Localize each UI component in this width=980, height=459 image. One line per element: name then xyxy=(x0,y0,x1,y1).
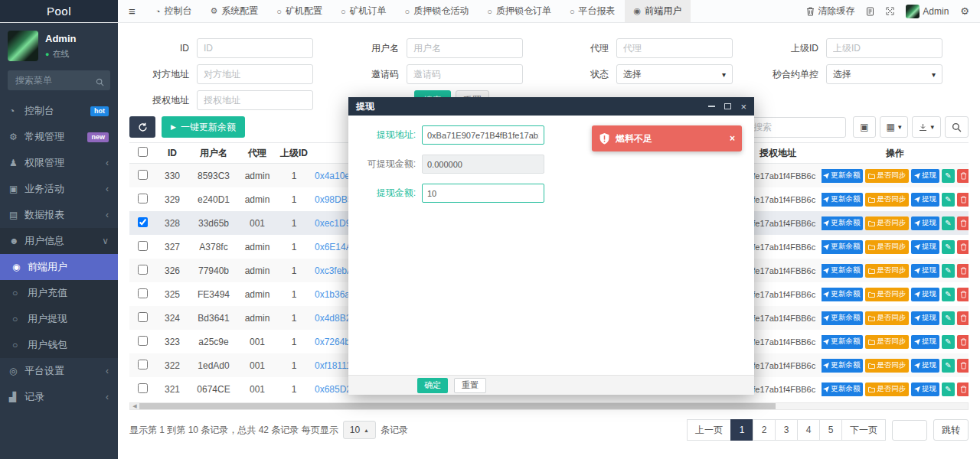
update-balance-button[interactable]: 更新余额 xyxy=(822,382,863,396)
log-button[interactable] xyxy=(866,7,874,16)
filter-invite-code-input[interactable] xyxy=(407,64,523,84)
edit-button[interactable]: ✎ xyxy=(942,382,954,396)
withdraw-button[interactable]: 提现 xyxy=(911,382,939,396)
edit-button[interactable]: ✎ xyxy=(942,264,954,278)
sync-toggle-button[interactable]: 是否同步 xyxy=(865,193,909,207)
sidebar-toggle-icon[interactable]: ≡ xyxy=(118,0,146,22)
delete-button[interactable] xyxy=(957,359,969,373)
delete-button[interactable] xyxy=(957,288,969,301)
topbar-nav-item[interactable]: ◔ 控制台 xyxy=(146,0,201,22)
columns-button[interactable]: ▦ xyxy=(880,116,909,138)
page-jump-button[interactable]: 跳转 xyxy=(933,419,969,441)
edit-button[interactable]: ✎ xyxy=(942,240,954,254)
user-menu[interactable]: Admin xyxy=(906,5,949,18)
topbar-nav-item[interactable]: ○ 质押锁仓活动 xyxy=(396,0,479,22)
modal-minimize-button[interactable] xyxy=(708,106,715,107)
delete-button[interactable] xyxy=(957,193,969,207)
topbar-nav-item[interactable]: ○ 平台报表 xyxy=(560,0,625,22)
withdraw-button[interactable]: 提现 xyxy=(911,169,939,183)
row-checkbox[interactable] xyxy=(138,288,148,298)
update-balance-button[interactable]: 更新余额 xyxy=(822,288,863,301)
clear-cache-button[interactable]: 清除缓存 xyxy=(806,5,854,18)
refresh-button[interactable] xyxy=(129,116,155,138)
row-checkbox[interactable] xyxy=(138,194,148,203)
filter-parent-id-input[interactable] xyxy=(826,38,942,58)
row-checkbox[interactable] xyxy=(138,336,148,346)
sidebar-menu-item[interactable]: ◔ 控制台 hot xyxy=(0,98,118,124)
withdraw-button[interactable]: 提现 xyxy=(911,264,939,278)
sidebar-submenu-item[interactable]: ○ 用户提现 xyxy=(0,306,118,332)
sync-toggle-button[interactable]: 是否同步 xyxy=(865,264,909,278)
update-balance-button[interactable]: 更新余额 xyxy=(822,359,863,373)
page-button[interactable]: 5 xyxy=(819,419,842,441)
row-checkbox[interactable] xyxy=(138,241,148,251)
page-button[interactable]: 2 xyxy=(753,419,776,441)
sync-toggle-button[interactable]: 是否同步 xyxy=(865,359,909,373)
scroll-left-arrow[interactable]: ◀ xyxy=(130,403,139,409)
sidebar-menu-item[interactable]: ⚙ 常规管理 new xyxy=(0,124,118,150)
update-balance-button[interactable]: 更新余额 xyxy=(822,264,863,278)
export-button[interactable] xyxy=(912,116,941,138)
sync-toggle-button[interactable]: 是否同步 xyxy=(865,335,909,349)
modal-close-button[interactable]: × xyxy=(740,102,746,112)
select-all-checkbox[interactable] xyxy=(138,147,148,157)
confirm-button[interactable]: 确定 xyxy=(417,378,448,393)
filter-contract-control-select[interactable]: 选择 xyxy=(826,64,942,84)
filter-status-select[interactable]: 选择 xyxy=(616,64,733,84)
update-balance-button[interactable]: 更新余额 xyxy=(822,311,863,325)
page-button[interactable]: 4 xyxy=(797,419,820,441)
filter-username-input[interactable] xyxy=(407,38,523,58)
delete-button[interactable] xyxy=(957,169,969,183)
edit-button[interactable]: ✎ xyxy=(942,359,954,373)
sidebar-submenu-item[interactable]: ◉ 前端用户 xyxy=(0,254,118,280)
edit-button[interactable]: ✎ xyxy=(942,169,954,183)
scrollbar-thumb[interactable] xyxy=(139,403,776,409)
page-size-select[interactable]: 10 xyxy=(343,421,376,439)
search-button[interactable] xyxy=(945,116,969,138)
page-jump-input[interactable] xyxy=(892,420,927,441)
delete-button[interactable] xyxy=(957,311,969,325)
sync-toggle-button[interactable]: 是否同步 xyxy=(865,216,909,230)
withdraw-amount-input[interactable] xyxy=(422,184,544,203)
sidebar-menu-item[interactable]: ▣ 业务活动 ‹ xyxy=(0,176,118,202)
withdraw-button[interactable]: 提现 xyxy=(911,335,939,349)
sidebar-menu-item-userinfo[interactable]: ☻ 用户信息 ∨ xyxy=(0,228,118,254)
sync-toggle-button[interactable]: 是否同步 xyxy=(865,240,909,254)
filter-peer-address-input[interactable] xyxy=(197,64,313,84)
withdraw-button[interactable]: 提现 xyxy=(911,240,939,254)
fullscreen-button[interactable] xyxy=(886,7,894,15)
update-balance-button[interactable]: 更新余额 xyxy=(822,169,863,183)
sidebar-menu-item[interactable]: ▤ 数据报表 ‹ xyxy=(0,202,118,228)
sidebar-menu-item[interactable]: ◎ 平台设置 ‹ xyxy=(0,358,118,384)
topbar-nav-item[interactable]: ○ 矿机订单 xyxy=(332,0,396,22)
topbar-nav-item[interactable]: ⚙ 系统配置 xyxy=(201,0,267,22)
modal-reset-button[interactable]: 重置 xyxy=(454,378,486,393)
sidebar-submenu-item[interactable]: ○ 用户充值 xyxy=(0,280,118,306)
sidebar-menu-item[interactable]: ♟ 权限管理 ‹ xyxy=(0,150,118,176)
update-balance-button[interactable]: 更新余额 xyxy=(822,240,863,254)
filter-agent-input[interactable] xyxy=(616,38,733,58)
filter-auth-address-input[interactable] xyxy=(197,90,313,110)
sidebar-menu-item[interactable]: ▟ 记录 ‹ xyxy=(0,384,118,410)
withdraw-button[interactable]: 提现 xyxy=(911,216,939,230)
withdraw-button[interactable]: 提现 xyxy=(911,311,939,325)
row-checkbox[interactable] xyxy=(138,265,148,275)
sidebar-submenu-item[interactable]: ○ 用户钱包 xyxy=(0,332,118,358)
edit-button[interactable]: ✎ xyxy=(942,311,954,325)
edit-button[interactable]: ✎ xyxy=(942,216,954,230)
delete-button[interactable] xyxy=(957,264,969,278)
sync-toggle-button[interactable]: 是否同步 xyxy=(865,169,909,183)
table-search-input[interactable] xyxy=(746,117,846,138)
topbar-nav-item[interactable]: ○ 矿机配置 xyxy=(267,0,332,22)
toggle-pagination-button[interactable]: ▣ xyxy=(853,116,875,138)
update-balance-button[interactable]: 更新余额 xyxy=(822,216,863,230)
update-all-balances-button[interactable]: ▶ 一键更新余额 xyxy=(162,116,245,138)
withdraw-button[interactable]: 提现 xyxy=(911,359,939,373)
filter-id-input[interactable] xyxy=(197,38,313,58)
topbar-nav-item[interactable]: ◉ 前端用户 xyxy=(625,0,691,22)
row-checkbox[interactable] xyxy=(138,170,148,180)
app-logo[interactable]: Pool xyxy=(0,0,118,22)
modal-maximize-button[interactable] xyxy=(724,103,731,109)
page-button[interactable]: 1 xyxy=(730,419,753,441)
page-button[interactable]: 3 xyxy=(775,419,798,441)
